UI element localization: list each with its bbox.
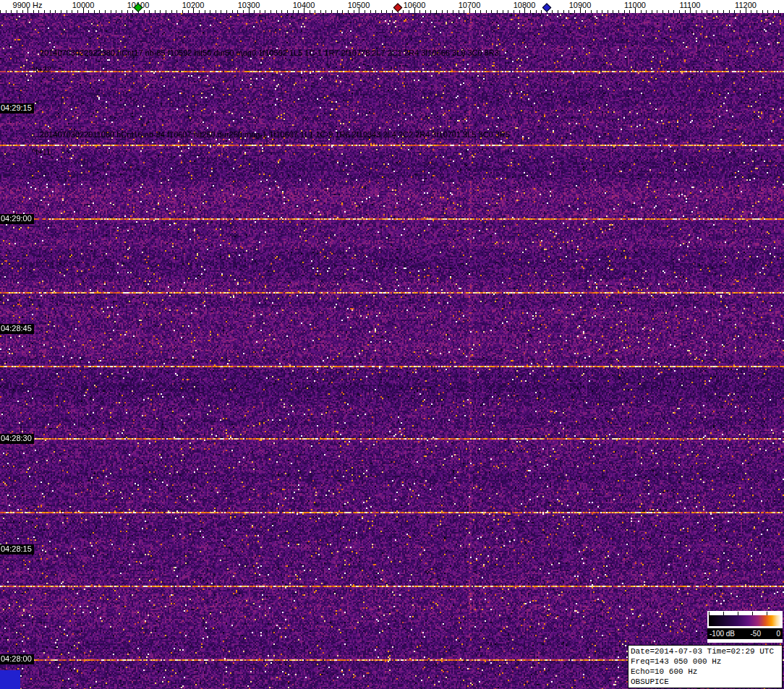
red-diamond-marker[interactable] <box>393 3 403 12</box>
ruler-frequency-label: 10500 <box>348 1 370 9</box>
db-color-scale: -100 dB -50 0 <box>707 611 783 643</box>
time-label: 04:28:15 <box>0 544 34 555</box>
db-min-label: -100 dB <box>710 630 735 638</box>
time-label: 04:28:30 <box>0 434 34 444</box>
ruler-frequency-label: 10400 <box>293 1 315 9</box>
spectrogram-canvas[interactable] <box>0 13 784 689</box>
meteor-spectrogram-screen: 9900 Hz100001010010200103001040010500106… <box>0 0 784 689</box>
detection-annotation: 20140703022911080 hCnt16 nb-84 f10607 hi… <box>40 130 510 139</box>
ruler-frequency-label: 10200 <box>182 1 205 9</box>
info-frequency: Freq=143 050 000 Hz <box>631 656 780 667</box>
detection-annotation: ^t+11 <box>32 147 51 156</box>
spectrogram-area: -100 dB -50 0 Date=2014-07-03 Time=02:29… <box>0 13 784 689</box>
ruler-frequency-label: 10900 <box>569 1 592 9</box>
ruler-frequency-label: 10600 <box>404 1 426 9</box>
detection-annotation: 20140703022922380 hCnt17 nb-85 f10592 hi… <box>40 48 499 57</box>
ruler-frequency-label: 10700 <box>459 1 481 9</box>
bottom-left-blue-marker <box>0 670 20 689</box>
ruler-frequency-label: 10000 <box>72 1 95 9</box>
ruler-frequency-label: 11200 <box>735 1 757 9</box>
color-scale-gradient <box>709 615 781 626</box>
observation-info-box: Date=2014-07-03 Time=02:29 UTC Freq=143 … <box>628 645 783 688</box>
color-scale-labels: -100 dB -50 0 <box>707 628 783 639</box>
time-label: 04:28:00 <box>0 654 34 664</box>
time-label: 04:29:15 <box>0 103 34 114</box>
frequency-ruler: 9900 Hz100001010010200103001040010500106… <box>0 0 784 13</box>
time-label: 04:28:45 <box>0 324 34 334</box>
ruler-frequency-label: 11100 <box>680 1 701 9</box>
db-max-label: 0 <box>776 630 780 638</box>
info-station-name: OBSUPICE <box>631 677 780 687</box>
db-mid-label: -50 <box>751 630 761 638</box>
ruler-frequency-label: 10300 <box>238 1 260 9</box>
info-date-time: Date=2014-07-03 Time=02:29 UTC <box>631 646 780 656</box>
ruler-frequency-label: 11000 <box>624 1 646 9</box>
time-label: 04:29:00 <box>0 214 34 224</box>
detection-annotation: ^t+22 <box>32 65 51 74</box>
ruler-frequency-label: 10800 <box>514 1 536 9</box>
info-echo-frequency: Echo=10 600 Hz <box>631 667 780 677</box>
ruler-frequency-label: 9900 Hz <box>13 1 43 9</box>
blue-diamond-marker[interactable] <box>542 3 552 12</box>
